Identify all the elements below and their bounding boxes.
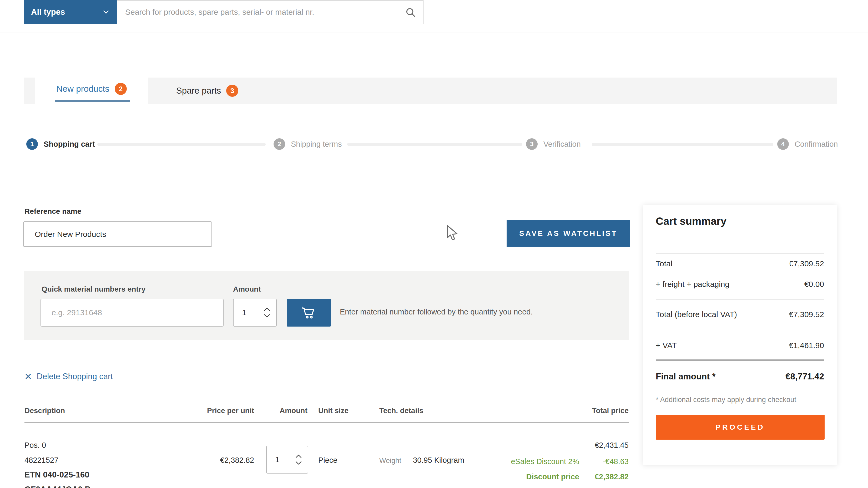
cart-tabs: New products 2 Spare parts 3: [24, 77, 837, 104]
delete-shopping-cart-label: Delete Shopping cart: [37, 372, 113, 381]
active-tab-underline: [55, 100, 130, 102]
step-connector: [592, 143, 773, 146]
reference-name-label: Reference name: [25, 207, 81, 216]
checkout-progress: 1 Shopping cart 2 Shipping terms 3 Verif…: [24, 138, 842, 154]
summary-final-row: Final amount * €8,771.42: [656, 371, 824, 382]
tab-spare-parts-label: Spare parts: [176, 86, 221, 96]
divider: [656, 299, 824, 300]
material-number-input[interactable]: [41, 299, 223, 326]
search-field: [117, 0, 424, 24]
row-unit-size: Piece: [318, 456, 338, 465]
row-discount-price: €2,382.82: [576, 473, 629, 481]
chevron-down-icon: [101, 8, 111, 17]
row-total-price: €2,431.45: [595, 441, 629, 450]
final-amount-value: €8,771.42: [785, 371, 824, 382]
tab-new-products-badge: 2: [115, 83, 127, 95]
summary-row-freight: + freight + packaging €0.00: [656, 280, 824, 289]
cart-icon: [301, 304, 317, 321]
cart-summary-title: Cart summary: [656, 215, 726, 227]
mouse-cursor-icon: [446, 225, 460, 242]
summary-vat-value: €1,461.90: [789, 341, 824, 350]
row-product-code: GF0AA44JGA0 B: [25, 485, 91, 488]
row-discount-label: eSales Discount 2%: [461, 457, 579, 466]
summary-note: * Additional costs may apply during chec…: [656, 396, 796, 404]
col-amount: Amount: [280, 406, 308, 415]
summary-row-before-vat: Total (before local VAT) €7,309.52: [656, 310, 824, 319]
step-connector: [347, 143, 522, 146]
search-icon[interactable]: [405, 6, 416, 20]
tab-new-products-label: New products: [56, 84, 110, 94]
step-4-circle: 4: [777, 138, 789, 150]
step-shipping-terms: 2 Shipping terms: [274, 138, 342, 150]
summary-before-vat-value: €7,309.52: [789, 310, 824, 319]
search-bar: All types: [24, 0, 424, 24]
amount-input[interactable]: [234, 308, 261, 317]
step-2-label: Shipping terms: [291, 140, 342, 149]
summary-row-vat: + VAT €1,461.90: [656, 341, 824, 350]
tab-spare-parts[interactable]: Spare parts 3: [148, 77, 267, 104]
summary-total-label: Total: [656, 259, 672, 268]
summary-vat-label: + VAT: [656, 341, 677, 350]
table-header-divider: [25, 422, 629, 423]
tab-new-products[interactable]: New products 2: [35, 74, 148, 104]
table-row: Pos. 0 48221527 ETN 040-025-160 GF0AA44J…: [25, 434, 629, 488]
summary-row-total: Total €7,309.52: [656, 259, 824, 268]
summary-total-value: €7,309.52: [789, 259, 824, 268]
search-input[interactable]: [117, 1, 423, 24]
step-1-label: Shopping cart: [44, 140, 95, 149]
cart-table-header: Description Price per unit Amount Unit s…: [25, 406, 629, 418]
row-price-per-unit: €2,382.82: [172, 456, 254, 465]
search-type-dropdown[interactable]: All types: [24, 0, 117, 24]
tab-spare-parts-badge: 3: [226, 85, 238, 97]
row-tech-label: Weight: [379, 457, 401, 465]
double-divider: [656, 359, 824, 361]
chevron-down-icon[interactable]: [295, 461, 302, 465]
col-unit-size: Unit size: [318, 406, 348, 415]
row-product-name: ETN 040-025-160: [25, 470, 89, 480]
summary-before-vat-label: Total (before local VAT): [656, 310, 737, 319]
stepper-arrows: [295, 454, 302, 465]
step-1-circle: 1: [26, 138, 38, 150]
step-shopping-cart: 1 Shopping cart: [26, 138, 95, 150]
step-3-circle: 3: [526, 138, 538, 150]
shop-cart-page: All types New products 2 Spare parts 3: [0, 0, 868, 488]
row-amount-stepper: [266, 446, 308, 474]
row-material-number: 48221527: [25, 456, 58, 465]
chevron-down-icon[interactable]: [264, 314, 270, 318]
chevron-up-icon[interactable]: [295, 454, 302, 458]
quick-entry-field: [40, 299, 224, 327]
top-bar: All types: [0, 0, 868, 33]
quick-entry-label: Quick material numbers entry: [41, 285, 146, 293]
col-description: Description: [25, 406, 65, 415]
step-connector: [97, 143, 266, 146]
row-discount-price-label: Discount price: [461, 473, 579, 481]
quick-entry-help-text: Enter material number followed by the qu…: [340, 307, 533, 316]
summary-freight-value: €0.00: [804, 280, 824, 289]
quick-entry-panel: Quick material numbers entry Amount Ente…: [24, 271, 629, 340]
step-verification: 3 Verification: [526, 138, 581, 150]
step-4-label: Confirmation: [795, 140, 838, 149]
summary-freight-label: + freight + packaging: [656, 280, 730, 288]
reference-name-field: [23, 221, 212, 247]
amount-stepper: [233, 299, 277, 327]
row-position: Pos. 0: [25, 441, 46, 450]
reference-name-input[interactable]: [24, 222, 212, 247]
amount-label: Amount: [233, 285, 261, 293]
delete-shopping-cart-link[interactable]: ✕ Delete Shopping cart: [25, 372, 113, 381]
save-as-watchlist-button[interactable]: SAVE AS WATCHLIST: [506, 220, 630, 247]
chevron-up-icon[interactable]: [264, 307, 270, 311]
step-confirmation: 4 Confirmation: [777, 138, 838, 150]
row-discount-amount: -€48.63: [581, 457, 629, 466]
final-amount-label: Final amount *: [656, 371, 715, 381]
step-3-label: Verification: [544, 140, 581, 149]
add-to-cart-button[interactable]: [287, 299, 331, 327]
col-price-per-unit: Price per unit: [172, 406, 254, 415]
proceed-button[interactable]: PROCEED: [656, 415, 825, 440]
close-icon: ✕: [25, 372, 32, 381]
row-amount-input[interactable]: [267, 455, 294, 464]
row-tech-value: 30.95 Kilogram: [413, 456, 464, 465]
search-type-value: All types: [31, 7, 65, 17]
cart-summary-card: Cart summary Total €7,309.52 + freight +…: [643, 205, 837, 465]
col-tech-details: Tech. details: [379, 406, 424, 415]
col-total-price: Total price: [592, 406, 629, 415]
